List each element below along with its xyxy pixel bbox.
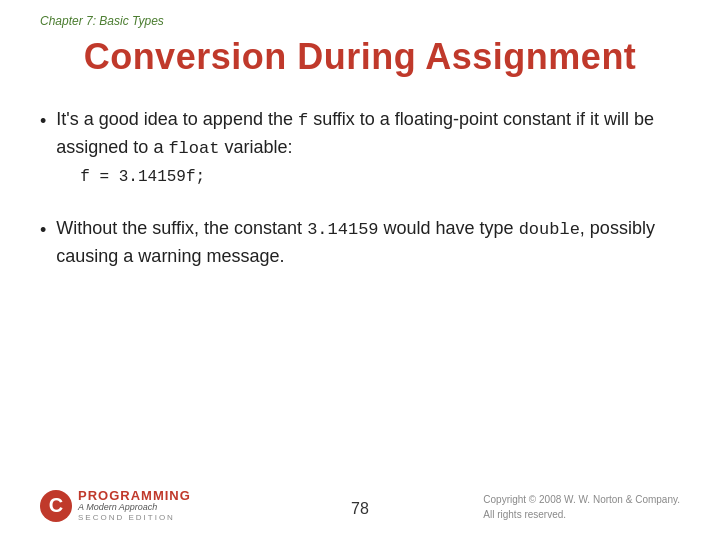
bullet2-code1: 3.14159 [307,220,378,239]
bullet-text-2: Without the suffix, the constant 3.14159… [56,215,680,270]
bullet2-text-before: Without the suffix, the constant [56,218,307,238]
copyright-line1: Copyright © 2008 W. W. Norton & Company. [483,494,680,505]
logo-subtitle: A Modern Approach [78,502,191,513]
bullet-icon-2: • [40,217,46,244]
logo-c-letter: C [49,494,63,517]
slide: Chapter 7: Basic Types Conversion During… [0,0,720,540]
bullet1-code1: f [298,111,308,130]
logo-wrapper: C PROGRAMMING A Modern Approach SECOND E… [40,489,191,522]
bullet2-code2: double [519,220,580,239]
bullet1-code2: float [168,139,219,158]
page-number: 78 [351,500,369,518]
copyright-line2: All rights reserved. [483,509,566,520]
logo-programming: PROGRAMMING [78,489,191,502]
logo-edition: SECOND EDITION [78,513,191,522]
bullet2-text-middle: would have type [379,218,519,238]
bullet1-text-after: variable: [219,137,292,157]
chapter-label: Chapter 7: Basic Types [40,14,680,28]
logo-text-block: PROGRAMMING A Modern Approach SECOND EDI… [78,489,191,522]
copyright: Copyright © 2008 W. W. Norton & Company.… [483,492,680,522]
content-area: • It's a good idea to append the f suffi… [40,106,680,270]
bullet1-text-before: It's a good idea to append the [56,109,298,129]
bullet-icon-1: • [40,108,46,135]
bullet-item-1: • It's a good idea to append the f suffi… [40,106,680,199]
bullet-text-1: It's a good idea to append the f suffix … [56,106,680,199]
logo-area: C PROGRAMMING A Modern Approach SECOND E… [40,489,191,522]
code-line: f = 3.14159f; [56,165,680,189]
slide-title: Conversion During Assignment [40,36,680,78]
bullet-item-2: • Without the suffix, the constant 3.141… [40,215,680,270]
logo-subtitle-em: A Modern Approach [78,502,157,512]
logo-c-circle: C [40,490,72,522]
